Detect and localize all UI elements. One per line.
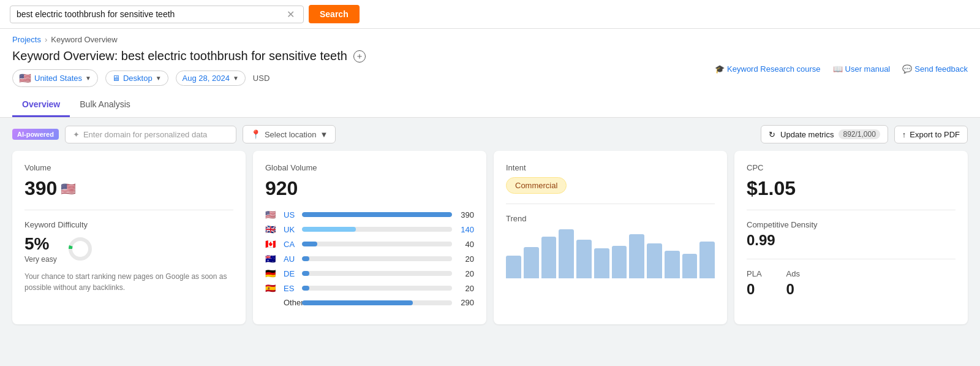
tab-bulk-analysis[interactable]: Bulk Analysis	[70, 93, 140, 117]
bar-fill	[302, 227, 356, 232]
volume-kd-card: Volume 390 🇺🇸 Keyword Difficulty 5% Very…	[12, 151, 246, 324]
kd-label: Keyword Difficulty	[24, 220, 233, 229]
trend-bar	[629, 234, 644, 278]
trend-bar	[594, 248, 609, 278]
intent-label: Intent	[506, 163, 715, 172]
country-bar-row: 🇦🇺 AU 20	[265, 254, 474, 264]
pla-col: PLA 0	[747, 269, 762, 298]
date-chevron-icon: ▼	[233, 75, 239, 82]
bar-track	[302, 286, 452, 291]
country-code: US	[284, 210, 297, 219]
breadcrumb: Projects › Keyword Overview	[12, 35, 968, 44]
country-flag-icon: 🇪🇸	[265, 283, 279, 293]
trend-bar	[541, 237, 557, 278]
country-bar-row: 🇨🇦 CA 40	[265, 239, 474, 249]
comp-density-label: Competitive Density	[747, 220, 956, 229]
toolbar: AI-powered ✦ Enter domain for personaliz…	[0, 118, 980, 151]
bar-track	[302, 300, 452, 305]
page-title-row: Keyword Overview: best electric toothbru…	[12, 49, 968, 63]
cpc-card: CPC $1.05 Competitive Density 0.99 PLA 0…	[734, 151, 968, 324]
bar-track	[302, 242, 452, 246]
us-flag-icon: 🇺🇸	[19, 72, 31, 84]
country-count: 40	[457, 240, 474, 249]
global-volume-card: Global Volume 920 🇺🇸 US 390 🇬🇧 UK 140 🇨🇦…	[253, 151, 486, 324]
bar-fill	[302, 256, 309, 261]
search-button[interactable]: Search	[309, 5, 360, 23]
comp-density-value: 0.99	[747, 232, 956, 249]
bar-track	[302, 227, 452, 232]
trend-bar	[524, 247, 539, 278]
user-manual-link[interactable]: 📖 User manual	[833, 64, 891, 74]
bar-fill	[302, 212, 452, 217]
location-button[interactable]: 📍 Select location ▼	[243, 125, 336, 143]
trend-bar	[647, 243, 662, 278]
country-filter[interactable]: 🇺🇸 United States ▼	[12, 69, 98, 87]
country-code: ES	[284, 284, 297, 293]
intent-trend-card: Intent Commercial Trend	[494, 151, 727, 324]
book-icon: 📖	[833, 64, 843, 74]
svg-point-0	[70, 239, 90, 259]
tab-overview[interactable]: Overview	[12, 93, 70, 117]
domain-input[interactable]: ✦ Enter domain for personalized data	[65, 126, 236, 143]
pla-ads-row: PLA 0 Ads 0	[747, 269, 956, 298]
kd-row: 5% Very easy	[24, 234, 233, 264]
global-volume-label: Global Volume	[265, 163, 474, 172]
toolbar-left: AI-powered ✦ Enter domain for personaliz…	[12, 125, 336, 143]
pla-label: PLA	[747, 269, 762, 278]
search-input[interactable]	[17, 9, 287, 19]
pla-value: 0	[747, 281, 762, 298]
country-code: DE	[284, 269, 297, 278]
toolbar-right: ↻ Update metrics 892/1,000 ↑ Export to P…	[761, 125, 968, 143]
country-count: 20	[457, 254, 474, 264]
trend-bar	[665, 251, 680, 278]
country-flag-icon: 🇬🇧	[265, 224, 279, 234]
add-keyword-button[interactable]: ＋	[353, 50, 366, 63]
volume-label: Volume	[24, 163, 233, 172]
global-volume-value: 920	[265, 177, 474, 200]
cpc-divider	[747, 210, 956, 210]
kd-difficulty-label: Very easy	[24, 255, 57, 264]
card-divider	[24, 210, 233, 210]
send-feedback-link[interactable]: 💬 Send feedback	[902, 64, 968, 74]
export-button[interactable]: ↑ Export to PDF	[894, 126, 968, 143]
keyword-research-course-link[interactable]: 🎓 Keyword Research course	[715, 64, 820, 74]
country-count: 290	[457, 298, 474, 307]
bar-track	[302, 271, 452, 276]
country-code: UK	[284, 225, 297, 234]
ai-powered-badge: AI-powered	[12, 129, 59, 140]
update-metrics-button[interactable]: ↻ Update metrics 892/1,000	[761, 125, 888, 143]
kd-section: Keyword Difficulty 5% Very easy Your cha…	[24, 220, 233, 293]
country-count: 20	[457, 269, 474, 278]
graduation-icon: 🎓	[715, 64, 725, 74]
trend-label: Trend	[506, 214, 715, 223]
breadcrumb-current: Keyword Overview	[51, 35, 117, 44]
currency-label: USD	[253, 74, 270, 83]
country-flag-icon: 🇨🇦	[265, 239, 279, 249]
clear-icon[interactable]: ✕	[287, 9, 295, 20]
domain-placeholder: Enter domain for personalized data	[83, 130, 207, 139]
desktop-icon: 🖥	[112, 74, 120, 83]
kd-value-col: 5% Very easy	[24, 234, 57, 264]
country-count: 390	[457, 210, 474, 219]
kd-donut-chart	[67, 235, 94, 262]
trend-bar	[506, 256, 521, 278]
cards-grid: Volume 390 🇺🇸 Keyword Difficulty 5% Very…	[0, 151, 980, 337]
trend-bar	[682, 254, 698, 278]
kd-percent: 5%	[24, 234, 57, 254]
metrics-count-badge: 892/1,000	[839, 129, 880, 139]
trend-bar	[612, 246, 627, 278]
country-bar-row: 🇬🇧 UK 140	[265, 224, 474, 234]
breadcrumb-parent[interactable]: Projects	[12, 35, 41, 44]
sparkle-icon: ✦	[73, 130, 80, 139]
country-flag-icon: 🇩🇪	[265, 269, 279, 278]
top-links: 🎓 Keyword Research course 📖 User manual …	[715, 64, 968, 74]
country-bar-row: Other 290	[265, 298, 474, 307]
tabs-row: Overview Bulk Analysis	[12, 93, 968, 117]
date-filter[interactable]: Aug 28, 2024 ▼	[176, 71, 246, 86]
bar-track	[302, 212, 452, 217]
ads-col: Ads 0	[786, 269, 800, 298]
country-code: AU	[284, 254, 297, 264]
feedback-icon: 💬	[902, 64, 912, 74]
kd-description: Your chance to start ranking new pages o…	[24, 271, 233, 293]
device-filter[interactable]: 🖥 Desktop ▼	[105, 71, 168, 86]
